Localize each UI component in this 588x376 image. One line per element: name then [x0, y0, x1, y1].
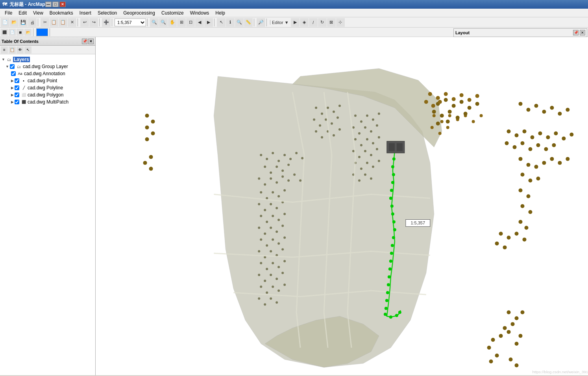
- svg-point-120: [448, 114, 451, 117]
- measure-button[interactable]: 📏: [244, 18, 253, 27]
- polygon-label: cad.dwg Polygon: [28, 92, 63, 98]
- svg-point-212: [392, 173, 395, 176]
- layer-symbol-btn[interactable]: ◼: [17, 29, 24, 36]
- edit-tool-button[interactable]: ▶: [291, 18, 300, 27]
- separator-t2b: [50, 28, 51, 36]
- group-expand-arrow: ▼: [6, 65, 9, 69]
- close-button[interactable]: ✕: [59, 2, 66, 7]
- svg-point-218: [392, 220, 396, 223]
- open-button[interactable]: 📂: [10, 18, 18, 27]
- toc-list-by-selection[interactable]: ↖: [24, 46, 31, 54]
- layout-view-button[interactable]: 📄: [9, 29, 16, 36]
- print-button[interactable]: 🖨: [28, 18, 37, 27]
- toc-polygon-layer[interactable]: ▶ ⬜ cad.dwg Polygon: [0, 91, 95, 98]
- polygon-checkbox[interactable]: [15, 93, 19, 97]
- menu-item-help[interactable]: Help: [212, 9, 228, 17]
- polygon-icon: ⬜: [20, 92, 27, 98]
- scale-dropdown[interactable]: 1:5,357: [115, 19, 146, 26]
- paste-button[interactable]: 📋: [59, 18, 67, 27]
- toc-list-by-drawing-order[interactable]: ≡: [1, 46, 8, 54]
- minimize-button[interactable]: —: [45, 2, 52, 7]
- delete-button[interactable]: ✕: [68, 18, 76, 27]
- menu-item-windows[interactable]: Windows: [187, 9, 213, 17]
- svg-point-17: [258, 178, 260, 180]
- dark-building: [387, 141, 405, 153]
- rotate-button[interactable]: ↻: [318, 18, 327, 27]
- layer-source-btn[interactable]: 📂: [24, 29, 31, 36]
- scale-edit-button[interactable]: ⊠: [327, 18, 336, 27]
- sketch-tool-button[interactable]: /: [309, 18, 318, 27]
- svg-point-96: [364, 126, 366, 129]
- layout-close-button[interactable]: ✕: [580, 30, 585, 35]
- save-button[interactable]: 💾: [19, 18, 28, 27]
- toc-group-layer[interactable]: ▼ 🗂 cad.dwg Group Layer: [0, 63, 95, 70]
- polyline-checkbox[interactable]: [15, 85, 19, 90]
- svg-point-208: [149, 167, 153, 171]
- menu-item-view[interactable]: View: [30, 9, 46, 17]
- toc-header-controls: 📌 ✕: [82, 39, 94, 44]
- svg-point-60: [258, 274, 260, 276]
- menu-item-file[interactable]: File: [2, 9, 15, 17]
- copy-button[interactable]: 📋: [50, 18, 58, 27]
- point-checkbox[interactable]: [15, 78, 19, 83]
- add-data-button[interactable]: ➕: [102, 18, 111, 27]
- menu-item-geoprocessing[interactable]: Geoprocessing: [120, 9, 158, 17]
- annotation-checkbox[interactable]: [11, 71, 16, 76]
- data-view-button[interactable]: ⬛: [1, 29, 8, 36]
- maximize-button[interactable]: □: [52, 2, 59, 7]
- editor-label[interactable]: Editor ▼: [270, 20, 290, 25]
- toc-polyline-layer[interactable]: ▶ ╱ cad.dwg Polyline: [0, 84, 95, 91]
- toc-close-button[interactable]: ✕: [88, 39, 94, 44]
- toc-layers-root[interactable]: ▼ 🗂 Layers: [0, 56, 95, 63]
- zoom-in-button[interactable]: 🔍: [150, 18, 159, 27]
- toc-list-by-visibility[interactable]: 👁: [17, 46, 24, 54]
- menu-item-bookmarks[interactable]: Bookmarks: [46, 9, 76, 17]
- toc-multipatch-layer[interactable]: ▶ ⬛ cad.dwg MultiPatch: [0, 98, 95, 106]
- multipatch-checkbox[interactable]: [15, 100, 19, 104]
- toc-list-by-source[interactable]: 📋: [9, 46, 16, 54]
- svg-point-173: [499, 232, 503, 235]
- edit-vertices-button[interactable]: ◈: [300, 18, 309, 27]
- undo-button[interactable]: ↩: [80, 18, 89, 27]
- select-button[interactable]: ↖: [217, 18, 226, 27]
- color-selector[interactable]: [36, 28, 48, 36]
- svg-point-123: [438, 132, 442, 135]
- svg-point-105: [358, 156, 361, 158]
- svg-point-21: [281, 176, 284, 178]
- svg-point-216: [390, 205, 394, 208]
- layout-pin-button[interactable]: 📌: [573, 30, 579, 35]
- menu-item-selection[interactable]: Selection: [94, 9, 120, 17]
- cut-button[interactable]: ✂: [41, 18, 49, 27]
- pan-button[interactable]: ✋: [168, 18, 177, 27]
- redo-button[interactable]: ↪: [89, 18, 98, 27]
- full-extent-button[interactable]: ⊞: [177, 18, 186, 27]
- zoom-out-button[interactable]: 🔍: [159, 18, 168, 27]
- map-area[interactable]: 1:5,357 https://blog.csdn.net/weixin_391…: [96, 37, 588, 375]
- back-button[interactable]: ◀: [195, 18, 204, 27]
- toc-point-layer[interactable]: ▶ • cad.dwg Point: [0, 77, 95, 84]
- snapping-button[interactable]: ⊹: [336, 18, 345, 27]
- identify-button[interactable]: ℹ: [226, 18, 235, 27]
- find-button[interactable]: 🔍: [235, 18, 244, 27]
- svg-point-87: [333, 134, 335, 137]
- svg-point-163: [566, 157, 570, 161]
- toc-panel: Table Of Contents 📌 ✕ ≡ 📋 👁 ↖ ▼ 🗂 Layers…: [0, 37, 96, 375]
- svg-point-84: [315, 130, 317, 133]
- svg-point-79: [313, 119, 315, 121]
- svg-point-180: [514, 316, 518, 320]
- menu-item-insert[interactable]: Insert: [76, 9, 94, 17]
- svg-point-178: [503, 245, 507, 249]
- svg-point-223: [389, 259, 392, 263]
- svg-point-181: [520, 310, 524, 314]
- svg-point-140: [446, 120, 450, 124]
- svg-point-56: [266, 268, 268, 270]
- search-button[interactable]: 🔎: [257, 18, 265, 27]
- forward-button[interactable]: ▶: [204, 18, 213, 27]
- group-layer-checkbox[interactable]: [10, 64, 15, 69]
- menu-item-edit[interactable]: Edit: [15, 9, 30, 17]
- new-button[interactable]: 📄: [1, 18, 9, 27]
- toc-annotation-layer[interactable]: Aa cad.dwg Annotation: [0, 70, 95, 77]
- zoom-extent-button[interactable]: ⊡: [186, 18, 195, 27]
- toc-pin-button[interactable]: 📌: [82, 39, 87, 44]
- menu-item-customize[interactable]: Customize: [158, 9, 187, 17]
